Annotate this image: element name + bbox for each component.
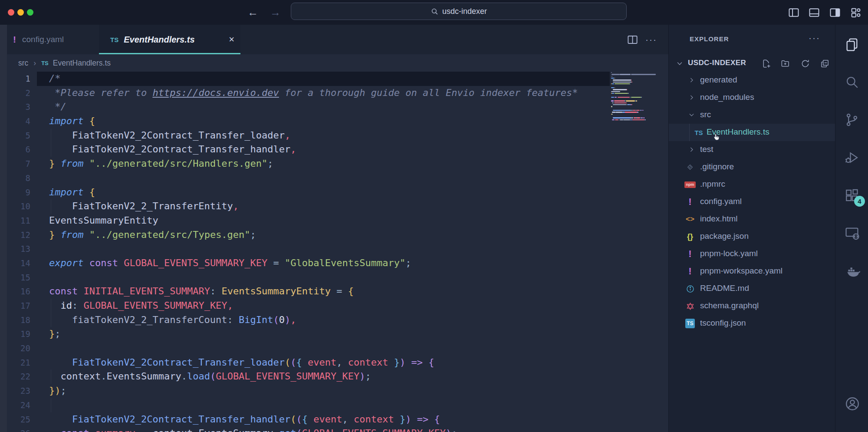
explorer-more-icon[interactable]: ···: [809, 33, 820, 43]
command-center-search[interactable]: usdc-indexer: [291, 3, 627, 20]
code-line-10[interactable]: 10 FiatTokenV2_2_TransferEntity,: [0, 199, 610, 214]
graphql-file-icon: [684, 301, 696, 311]
breadcrumb-folder[interactable]: src: [18, 59, 28, 68]
line-number: 9: [0, 185, 30, 200]
extensions-icon[interactable]: 4: [845, 188, 859, 203]
tree-file--gitignore[interactable]: .gitignore: [669, 158, 835, 176]
project-root-row[interactable]: USDC-INDEXER: [669, 55, 835, 72]
split-editor-icon[interactable]: [627, 34, 638, 46]
new-file-icon[interactable]: [761, 59, 771, 69]
more-actions-icon[interactable]: ···: [645, 34, 657, 45]
tree-label: .npmrc: [700, 179, 725, 189]
line-content: import {: [49, 185, 95, 200]
line-content: FiatTokenV2_2Contract_Transfer_handler((…: [49, 412, 440, 427]
tree-file-config-yaml[interactable]: !config.yaml: [669, 193, 835, 211]
run-debug-icon[interactable]: [845, 150, 859, 165]
tree-file-tsconfig-json[interactable]: TStsconfig.json: [669, 315, 835, 332]
code-line-6[interactable]: 6 FiatTokenV2_2Contract_Transfer_handler…: [0, 142, 610, 157]
line-number: 15: [0, 270, 30, 285]
breadcrumb-separator-icon: ›: [33, 59, 36, 68]
tree-file-schema-graphql[interactable]: schema.graphql: [669, 297, 835, 315]
code-line-12[interactable]: 12} from "../generated/src/Types.gen";: [0, 228, 610, 242]
code-line-9[interactable]: 9import {: [0, 185, 610, 200]
code-line-23[interactable]: 23});: [0, 384, 610, 398]
toggle-right-panel-icon[interactable]: [829, 7, 841, 19]
tab-eventhandlers-ts[interactable]: TS EventHandlers.ts ×: [99, 25, 240, 54]
forward-button[interactable]: →: [270, 6, 281, 19]
breadcrumb-file[interactable]: EventHandlers.ts: [53, 59, 111, 68]
code-line-4[interactable]: 4import {: [0, 114, 610, 129]
tree-folder-test[interactable]: test: [669, 141, 835, 158]
code-line-18[interactable]: 18 fiatTokenV2_2_TransferCount: BigInt(0…: [0, 313, 610, 327]
line-number: 25: [0, 412, 30, 427]
code-line-14[interactable]: 14export const GLOBAL_EVENTS_SUMMARY_KEY…: [0, 256, 610, 270]
close-window-button[interactable]: [8, 9, 14, 16]
line-content: FiatTokenV2_2Contract_Transfer_handler,: [49, 142, 296, 157]
code-line-22[interactable]: 22 context.EventsSummary.load(GLOBAL_EVE…: [0, 369, 610, 384]
line-number: 7: [0, 157, 30, 171]
code-line-11[interactable]: 11EventsSummaryEntity: [0, 214, 610, 228]
search-icon: [431, 7, 439, 16]
explorer-icon[interactable]: [845, 37, 859, 52]
editor-tab-bar: ! config.yaml TS EventHandlers.ts ×: [7, 25, 668, 54]
zoom-window-button[interactable]: [27, 9, 33, 16]
line-content: import {: [49, 114, 95, 129]
tree-label: node_modules: [700, 92, 754, 102]
customize-layout-icon[interactable]: [850, 7, 862, 19]
code-line-8[interactable]: 8: [0, 171, 610, 185]
tree-folder-generated[interactable]: generated: [669, 72, 835, 89]
chevron-down-icon: [688, 111, 695, 119]
line-content: };: [49, 327, 61, 341]
docker-icon[interactable]: [845, 264, 859, 278]
tree-label: generated: [700, 75, 737, 85]
line-number: 10: [0, 199, 30, 214]
tree-file-readme-md[interactable]: README.md: [669, 280, 835, 297]
tree-file--npmrc[interactable]: npm.npmrc: [669, 176, 835, 193]
code-line-17[interactable]: 17 id: GLOBAL_EVENTS_SUMMARY_KEY,: [0, 299, 610, 313]
tree-file-eventhandlers-ts[interactable]: TSEventHandlers.ts: [669, 124, 835, 141]
close-tab-icon[interactable]: ×: [229, 34, 234, 45]
tree-file-package-json[interactable]: {}package.json: [669, 228, 835, 245]
code-line-20[interactable]: 20: [0, 341, 610, 356]
toggle-bottom-panel-icon[interactable]: [808, 7, 820, 19]
tab-config-yaml[interactable]: ! config.yaml: [9, 25, 87, 54]
search-icon[interactable]: [845, 75, 859, 89]
extensions-badge: 4: [854, 196, 865, 207]
new-folder-icon[interactable]: [780, 59, 790, 69]
tree-label: config.yaml: [700, 197, 742, 206]
tree-label: .gitignore: [700, 162, 734, 171]
line-content: EventsSummaryEntity: [49, 214, 158, 228]
code-line-13[interactable]: 13: [0, 242, 610, 256]
code-line-5[interactable]: 5 FiatTokenV2_2Contract_Transfer_loader,: [0, 129, 610, 143]
collapse-all-icon[interactable]: [820, 59, 830, 69]
code-line-16[interactable]: 16const INITIAL_EVENTS_SUMMARY: EventsSu…: [0, 284, 610, 299]
code-line-26[interactable]: 26 const summary = context.EventsSummary…: [0, 426, 610, 432]
back-button[interactable]: ←: [247, 6, 258, 19]
code-line-7[interactable]: 7} from "../generated/src/Handlers.gen";: [0, 157, 610, 171]
tree-file-pnpm-workspace-yaml[interactable]: !pnpm-workspace.yaml: [669, 263, 835, 280]
yaml-warning-icon: !: [13, 34, 16, 45]
tree-folder-node-modules[interactable]: node_modules: [669, 89, 835, 106]
account-icon[interactable]: [845, 396, 859, 411]
line-content: fiatTokenV2_2_TransferCount: BigInt(0),: [49, 313, 296, 327]
code-line-24[interactable]: 24: [0, 398, 610, 412]
code-line-2[interactable]: 2 *Please refer to https://docs.envio.de…: [0, 86, 610, 100]
tree-file-pnpm-lock-yaml[interactable]: !pnpm-lock.yaml: [669, 245, 835, 263]
code-line-19[interactable]: 19};: [0, 327, 610, 341]
minimap[interactable]: [611, 72, 662, 123]
code-line-1[interactable]: 1/*: [0, 72, 610, 86]
code-line-15[interactable]: 15: [0, 270, 610, 285]
minimize-window-button[interactable]: [17, 9, 24, 16]
code-editor[interactable]: 1/*2 *Please refer to https://docs.envio…: [0, 72, 610, 432]
code-line-3[interactable]: 3 */: [0, 100, 610, 114]
toggle-left-panel-icon[interactable]: [788, 7, 800, 19]
git-file-icon: [684, 162, 696, 172]
line-content: context.EventsSummary.load(GLOBAL_EVENTS…: [49, 369, 371, 384]
tree-folder-src[interactable]: src: [669, 106, 835, 124]
code-line-21[interactable]: 21 FiatTokenV2_2Contract_Transfer_loader…: [0, 356, 610, 370]
source-control-icon[interactable]: [845, 112, 859, 127]
tree-file-index-html[interactable]: <>index.html: [669, 211, 835, 228]
refresh-icon[interactable]: [800, 59, 810, 69]
remote-explorer-icon[interactable]: [845, 226, 859, 241]
code-line-25[interactable]: 25 FiatTokenV2_2Contract_Transfer_handle…: [0, 412, 610, 427]
